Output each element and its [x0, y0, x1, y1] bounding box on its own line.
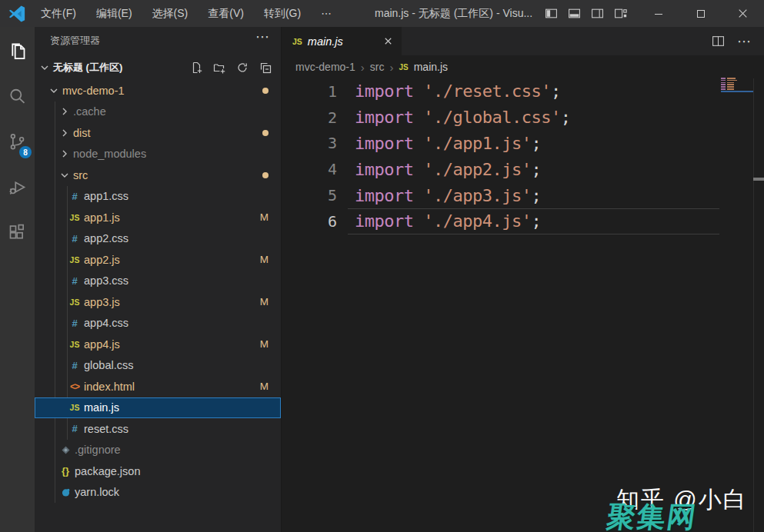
window-title: main.js - 无标题 (工作区) - Visu... — [375, 0, 532, 27]
tree-row-file[interactable]: {} package.json — [35, 461, 281, 482]
toggle-sidebar-icon[interactable] — [545, 7, 558, 20]
code-line-current[interactable]: 6 import './app4.js'; — [282, 208, 764, 234]
minimap[interactable] — [721, 78, 747, 90]
tab-bar: JS main.js ⋯ — [282, 27, 764, 55]
tree-row-file[interactable]: .gitignore — [35, 440, 281, 461]
file-name: index.html — [84, 381, 135, 393]
editor-more-icon[interactable]: ⋯ — [737, 33, 752, 50]
toggle-panel-icon[interactable] — [568, 7, 581, 20]
tree-row-file[interactable]: # app2.css — [35, 228, 281, 250]
overview-ruler — [753, 78, 754, 532]
html-file-icon: <> — [67, 381, 82, 392]
menu-edit[interactable]: 编辑(E) — [86, 0, 142, 27]
extensions-icon[interactable] — [0, 210, 35, 255]
line-number[interactable]: 2 — [282, 108, 337, 127]
file-name: app3.js — [84, 296, 120, 308]
explorer-icon[interactable] — [0, 28, 35, 74]
menu-file[interactable]: 文件(F) — [31, 0, 86, 27]
new-folder-icon[interactable] — [213, 62, 225, 74]
tree-row-file[interactable]: yarn.lock — [35, 482, 281, 504]
breadcrumb-project[interactable]: mvc-demo-1 — [295, 61, 355, 73]
code-line[interactable]: 3 import './app1.js'; — [282, 131, 764, 157]
menu-overflow-icon[interactable]: ⋯ — [311, 0, 342, 27]
git-modified-badge: M — [260, 211, 269, 223]
tree-row-file[interactable]: # app4.css — [35, 313, 281, 334]
code-editor[interactable]: 1 import './reset.css'; 2 import './glob… — [282, 78, 764, 234]
code-text: import './app1.js'; — [337, 134, 541, 153]
collapse-all-icon[interactable] — [259, 62, 272, 74]
menu-selection[interactable]: 选择(S) — [142, 0, 199, 27]
chevron-down-icon — [58, 169, 72, 181]
tree-row-file[interactable]: # global.css — [35, 355, 281, 377]
split-editor-icon[interactable] — [712, 35, 725, 48]
modified-dot — [262, 172, 269, 178]
close-tab-icon[interactable] — [382, 35, 394, 47]
file-name: node_modules — [73, 148, 146, 160]
css-file-icon: # — [67, 233, 82, 244]
code-text: import './global.css'; — [337, 108, 570, 127]
line-number[interactable]: 6 — [282, 212, 337, 231]
toggle-secondary-sidebar-icon[interactable] — [591, 7, 604, 20]
tree-row-folder[interactable]: .cache — [35, 101, 281, 123]
tree-row-file[interactable]: # app1.css — [35, 186, 281, 208]
minimap-slider[interactable] — [721, 91, 753, 92]
code-line[interactable]: 1 import './reset.css'; — [282, 78, 764, 105]
breadcrumb-folder[interactable]: src — [370, 61, 385, 73]
tree-row-folder[interactable]: src — [35, 165, 281, 186]
tree-row-file[interactable]: <> index.html M — [35, 376, 281, 397]
tree-row-file[interactable]: JS app3.js M — [35, 291, 281, 313]
line-number[interactable]: 3 — [282, 134, 337, 152]
file-name: package.json — [75, 465, 140, 477]
css-file-icon: # — [67, 423, 82, 434]
code-line[interactable]: 4 import './app2.js'; — [282, 156, 764, 182]
tree-row-file[interactable]: # reset.css — [35, 418, 281, 440]
overview-ruler-mark — [753, 178, 764, 181]
chevron-down-icon — [47, 85, 61, 97]
file-name: .gitignore — [75, 444, 121, 456]
tree-row-folder[interactable]: dist — [35, 122, 281, 144]
menu-goto[interactable]: 转到(G) — [254, 0, 311, 27]
line-number[interactable]: 5 — [282, 186, 337, 204]
code-line[interactable]: 5 import './app3.js'; — [282, 182, 764, 208]
tree-row-folder[interactable]: mvc-demo-1 — [35, 80, 281, 101]
tab-main-js[interactable]: JS main.js — [282, 27, 402, 55]
tree-row-folder[interactable]: node_modules — [35, 144, 281, 165]
code-line[interactable]: 2 import './global.css'; — [282, 105, 764, 131]
workspace-section-header[interactable]: 无标题 (工作区) — [35, 58, 281, 77]
close-window-icon[interactable] — [722, 0, 764, 27]
explorer-actions — [190, 62, 272, 74]
git-modified-badge: M — [260, 254, 269, 265]
js-file-icon: JS — [67, 403, 82, 412]
file-name: app2.css — [84, 232, 128, 244]
file-name: main.js — [84, 401, 119, 414]
minimize-icon[interactable] — [637, 0, 679, 27]
js-file-icon: JS — [67, 213, 82, 222]
tree-row-file[interactable]: JS app4.js M — [35, 334, 281, 355]
customize-layout-icon[interactable] — [614, 7, 627, 20]
menu-view[interactable]: 查看(V) — [198, 0, 254, 27]
workspace-label: 无标题 (工作区) — [53, 61, 122, 75]
refresh-icon[interactable] — [236, 62, 249, 74]
maximize-icon[interactable] — [679, 0, 722, 27]
vscode-logo-icon — [8, 5, 26, 23]
activity-bar: 8 — [0, 27, 35, 532]
search-icon[interactable] — [0, 74, 35, 119]
tree-row-file[interactable]: # app3.css — [35, 271, 281, 292]
chevron-right-icon — [58, 127, 72, 139]
new-file-icon[interactable] — [190, 62, 202, 74]
run-debug-icon[interactable] — [0, 165, 35, 210]
line-number[interactable]: 4 — [282, 160, 337, 178]
file-name: src — [73, 169, 88, 181]
editor-group: JS main.js ⋯ mvc-demo-1 › src › JS main.… — [281, 27, 764, 532]
tree-row-file-selected[interactable]: JS main.js — [35, 397, 281, 419]
git-modified-badge: M — [260, 338, 269, 350]
git-modified-badge: M — [260, 296, 269, 308]
explorer-more-icon[interactable]: ⋯ — [255, 28, 270, 45]
tree-row-file[interactable]: JS app1.js M — [35, 207, 281, 228]
tree-row-file[interactable]: JS app2.js M — [35, 249, 281, 271]
breadcrumb-file[interactable]: main.js — [414, 61, 448, 73]
menu-bar: 文件(F) 编辑(E) 选择(S) 查看(V) 转到(G) ⋯ — [31, 0, 342, 27]
source-control-icon[interactable]: 8 — [0, 119, 35, 165]
code-text: import './app3.js'; — [337, 186, 541, 205]
line-number[interactable]: 1 — [282, 82, 337, 101]
